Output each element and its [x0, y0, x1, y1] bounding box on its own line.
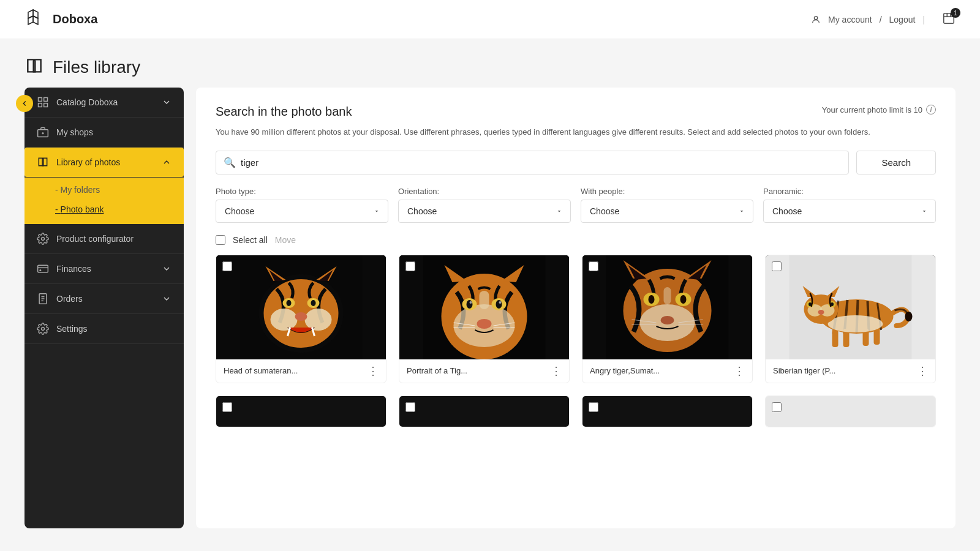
photo-card-3-bottom: Angry tiger,Sumat... ⋮	[582, 359, 752, 383]
photo-card-3-name: Angry tiger,Sumat...	[590, 366, 660, 375]
svg-point-86	[818, 310, 824, 315]
search-input[interactable]	[236, 151, 841, 174]
svg-point-57	[649, 295, 655, 304]
sidebar-sub-library: My folders Photo bank	[24, 178, 184, 224]
svg-point-78	[828, 315, 883, 332]
sidebar-item-orders-label: Orders	[56, 294, 83, 304]
nav-separator: /	[880, 15, 882, 24]
sidebar-item-product-configurator[interactable]: Product configurator	[24, 224, 184, 254]
select-all-label[interactable]: Select all	[233, 235, 268, 245]
filter-orientation-select[interactable]: Choose Horizontal Vertical Square	[398, 200, 571, 223]
photo-card-7	[582, 395, 753, 427]
header: Doboxa My account / Logout | 1	[0, 0, 980, 39]
svg-point-89	[905, 312, 913, 321]
svg-rect-4	[39, 98, 42, 102]
sidebar-item-my-shops[interactable]: My shops	[24, 118, 184, 148]
sidebar-item-finances[interactable]: Finances	[24, 254, 184, 284]
search-button[interactable]: Search	[856, 151, 936, 174]
settings-icon	[37, 323, 49, 335]
cart-badge: 1	[951, 8, 960, 18]
photo-card-3-menu-button[interactable]: ⋮	[734, 365, 745, 377]
my-account-link[interactable]: My account	[828, 15, 872, 24]
photo-card-3-checkbox[interactable]	[589, 261, 598, 271]
sidebar-sub-my-folders[interactable]: My folders	[24, 180, 184, 200]
photo-card-7-top	[582, 396, 752, 427]
section-title: Search in the photo bank	[216, 105, 352, 119]
product-config-icon	[37, 233, 49, 245]
filters-row: Photo type: Choose Photo Illustration Ve…	[216, 187, 936, 223]
cart-icon[interactable]: 1	[942, 12, 956, 27]
sidebar-item-library-photos[interactable]: Library of photos	[24, 148, 184, 178]
sidebar-item-settings[interactable]: Settings	[24, 314, 184, 344]
move-button[interactable]: Move	[275, 235, 296, 245]
photo-card-4-bottom: Siberian tiger (P... ⋮	[766, 359, 935, 383]
svg-point-24	[295, 312, 307, 321]
photobank-header: Search in the photo bank Your current ph…	[216, 105, 936, 119]
header-nav: My account / Logout | 1	[811, 12, 956, 27]
svg-point-43	[499, 301, 502, 304]
svg-point-23	[305, 309, 332, 331]
my-shops-icon	[37, 126, 49, 138]
photo-limit-text: Your current photo limit is 10	[822, 105, 922, 114]
photo-card-2: Portrait of a Tig... ⋮	[399, 255, 570, 383]
info-icon[interactable]: i	[926, 105, 936, 114]
photo-card-3: Angry tiger,Sumat... ⋮	[582, 255, 753, 383]
sidebar-item-catalog[interactable]: Catalog Doboxa	[24, 88, 184, 118]
logout-link[interactable]: Logout	[889, 15, 916, 24]
photo-grid-row2	[216, 395, 936, 427]
search-magnifier-icon: 🔍	[224, 157, 236, 168]
svg-rect-5	[44, 98, 48, 102]
photo-card-1-top	[216, 255, 386, 359]
svg-point-18	[42, 328, 45, 331]
photo-card-1-bottom: Head of sumateran... ⋮	[216, 359, 386, 383]
photo-card-1-menu-button[interactable]: ⋮	[368, 365, 379, 377]
filter-panoramic-select[interactable]: Choose Yes No	[763, 200, 936, 223]
photo-card-5-checkbox[interactable]	[222, 402, 232, 412]
photo-card-1: Head of sumateran... ⋮	[216, 255, 386, 383]
library-icon	[37, 156, 49, 168]
select-all-checkbox[interactable]	[216, 235, 225, 245]
photo-card-4-menu-button[interactable]: ⋮	[917, 365, 928, 377]
sidebar-item-orders[interactable]: Orders	[24, 284, 184, 314]
filter-photo-type: Photo type: Choose Photo Illustration Ve…	[216, 187, 388, 223]
photo-card-4-checkbox[interactable]	[772, 261, 782, 271]
svg-point-41	[496, 300, 502, 309]
catalog-chevron-icon	[162, 97, 172, 107]
photo-card-8-checkbox[interactable]	[772, 402, 782, 412]
sidebar-collapse-button[interactable]	[16, 95, 33, 112]
svg-rect-6	[39, 103, 42, 107]
svg-point-28	[311, 300, 316, 306]
photo-card-2-menu-button[interactable]: ⋮	[551, 365, 562, 377]
svg-rect-53	[664, 287, 671, 304]
main-content: Search in the photo bank Your current ph…	[196, 88, 956, 528]
photo-card-6-checkbox[interactable]	[405, 402, 415, 412]
photo-card-5-top	[216, 396, 386, 427]
svg-rect-74	[832, 329, 839, 347]
sidebar-item-product-config-label: Product configurator	[56, 234, 134, 244]
filter-photo-type-select[interactable]: Choose Photo Illustration Vector	[216, 200, 388, 223]
catalog-icon	[37, 96, 49, 108]
filter-panoramic: Panoramic: Choose Yes No	[763, 187, 936, 223]
header-divider: |	[922, 15, 925, 24]
photo-card-6	[399, 395, 570, 427]
photo-card-8	[765, 395, 936, 427]
photo-card-2-bottom: Portrait of a Tig... ⋮	[399, 359, 569, 383]
photo-card-7-checkbox[interactable]	[589, 402, 598, 412]
sidebar-sub-photo-bank[interactable]: Photo bank	[24, 200, 184, 219]
orders-icon	[37, 293, 49, 305]
svg-point-54	[661, 316, 674, 324]
filter-panoramic-label: Panoramic:	[763, 187, 936, 196]
filter-with-people-select[interactable]: Choose Yes No	[581, 200, 753, 223]
photo-card-1-checkbox[interactable]	[222, 261, 232, 271]
finances-icon	[37, 263, 49, 275]
photo-card-6-top	[399, 396, 569, 427]
svg-rect-12	[38, 265, 48, 272]
sidebar-item-catalog-label: Catalog Doboxa	[56, 97, 118, 107]
photo-card-2-checkbox[interactable]	[405, 261, 415, 271]
svg-point-42	[470, 301, 472, 304]
page-title-area: Files library	[0, 39, 980, 88]
tiger-siberian-image	[766, 255, 935, 359]
page-title: Files library	[53, 58, 140, 77]
svg-point-13	[40, 270, 41, 271]
filter-orientation-label: Orientation:	[398, 187, 571, 196]
